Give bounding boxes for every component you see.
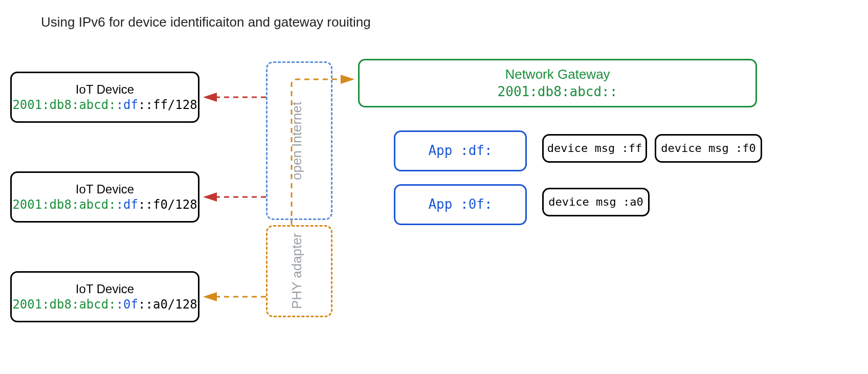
device-msg-a0-box: device msg :a0 [542, 188, 650, 216]
iot-device-1-label: IoT Device [76, 81, 134, 97]
iot-device-3-address: 2001:db8:abcd::0f::a0/128 [12, 297, 197, 313]
open-internet-label: open Internet [289, 84, 305, 197]
network-gateway-title: Network Gateway [505, 66, 610, 83]
app-df-box: App :df: [394, 130, 527, 171]
app-0f-label: App :0f: [428, 196, 492, 213]
iot-device-1-address: 2001:db8:abcd::df::ff/128 [12, 97, 197, 113]
iot-device-3-box: IoT Device 2001:db8:abcd::0f::a0/128 [10, 271, 199, 322]
diagram-title: Using IPv6 for device identificaiton and… [41, 14, 371, 30]
device-msg-a0-label: device msg :a0 [548, 195, 643, 210]
iot-device-1-box: IoT Device 2001:db8:abcd::df::ff/128 [10, 72, 199, 123]
app-0f-box: App :0f: [394, 184, 527, 225]
diagram-canvas: Using IPv6 for device identificaiton and… [0, 0, 868, 374]
device-msg-ff-label: device msg :ff [547, 141, 642, 156]
iot-device-2-address: 2001:db8:abcd::df::f0/128 [12, 197, 197, 213]
iot-device-2-label: IoT Device [76, 181, 134, 197]
device-msg-f0-box: device msg :f0 [655, 134, 762, 163]
app-df-label: App :df: [428, 142, 492, 160]
network-gateway-address: 2001:db8:abcd:: [498, 83, 618, 101]
device-msg-f0-label: device msg :f0 [661, 141, 755, 156]
iot-device-2-box: IoT Device 2001:db8:abcd::df::f0/128 [10, 171, 199, 223]
iot-device-3-label: IoT Device [76, 281, 134, 297]
phy-adapter-label: PHY adapter [289, 233, 305, 310]
network-gateway-box: Network Gateway 2001:db8:abcd:: [358, 59, 757, 107]
device-msg-ff-box: device msg :ff [542, 134, 647, 163]
